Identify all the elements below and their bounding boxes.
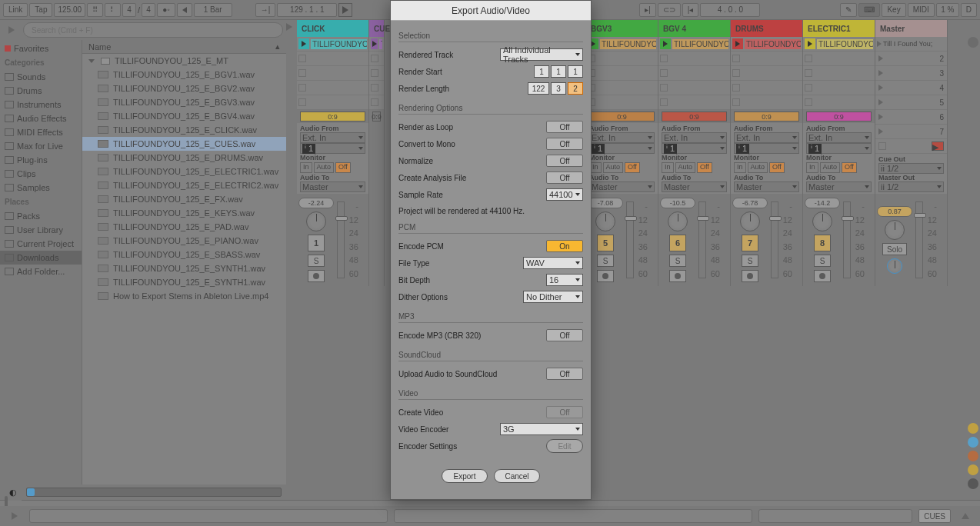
normalize-toggle[interactable]: Off <box>546 155 583 167</box>
render-loop-toggle[interactable]: Off <box>546 121 583 133</box>
dialog-title: Export Audio/Video <box>391 1 591 21</box>
export-dialog: Export Audio/Video Selection Rendered Tr… <box>390 0 592 500</box>
create-video-toggle: Off <box>546 406 583 418</box>
create-video-label: Create Video <box>398 408 546 417</box>
section-mp3: MP3 <box>398 312 583 323</box>
rendered-track-select[interactable]: All Individual Tracks <box>500 48 583 61</box>
encode-pcm-label: Encode PCM <box>398 242 546 251</box>
render-info-text: Project will be rendered at 44100 Hz. <box>398 207 583 215</box>
cancel-button[interactable]: Cancel <box>494 469 540 483</box>
normalize-label: Normalize <box>398 157 546 165</box>
render-loop-label: Render as Loop <box>398 123 546 132</box>
render-length-label: Render Length <box>398 85 528 93</box>
section-selection: Selection <box>398 32 583 42</box>
render-length-bars[interactable]: 122 <box>528 82 549 95</box>
render-length-beats[interactable]: 3 <box>551 82 566 95</box>
create-analysis-label: Create Analysis File <box>398 174 546 182</box>
section-soundcloud: SoundCloud <box>398 351 583 361</box>
video-encoder-select[interactable]: 3G <box>500 423 583 435</box>
encode-mp3-label: Encode MP3 (CBR 320) <box>398 331 546 340</box>
file-type-select[interactable]: WAV <box>523 257 583 269</box>
rendered-track-label: Rendered Track <box>398 51 500 59</box>
render-length-16ths[interactable]: 2 <box>568 82 583 95</box>
encode-mp3-toggle[interactable]: Off <box>546 329 583 341</box>
video-encoder-label: Video Encoder <box>398 425 500 434</box>
export-button[interactable]: Export <box>442 469 488 483</box>
section-pcm: PCM <box>398 223 583 234</box>
dither-select[interactable]: No Dither <box>523 291 583 303</box>
upload-sc-label: Upload Audio to SoundCloud <box>398 370 546 378</box>
bit-depth-select[interactable]: 16 <box>546 274 583 286</box>
render-start-label: Render Start <box>398 68 534 76</box>
convert-mono-label: Convert to Mono <box>398 140 546 148</box>
render-start-16ths[interactable]: 1 <box>568 65 583 78</box>
bit-depth-label: Bit Depth <box>398 276 546 285</box>
sample-rate-label: Sample Rate <box>398 191 546 199</box>
upload-sc-toggle[interactable]: Off <box>546 368 583 380</box>
section-video: Video <box>398 389 583 400</box>
encoder-edit-button: Edit <box>546 439 583 453</box>
convert-mono-toggle[interactable]: Off <box>546 138 583 150</box>
file-type-label: File Type <box>398 259 523 268</box>
render-start-beats[interactable]: 1 <box>551 65 566 78</box>
section-rendering: Rendering Options <box>398 104 583 115</box>
encoder-settings-label: Encoder Settings <box>398 442 546 451</box>
encode-pcm-toggle[interactable]: On <box>546 240 583 252</box>
render-start-bars[interactable]: 1 <box>534 65 549 78</box>
create-analysis-toggle[interactable]: Off <box>546 171 583 184</box>
sample-rate-select[interactable]: 44100 <box>546 188 583 201</box>
dither-label: Dither Options <box>398 293 523 301</box>
